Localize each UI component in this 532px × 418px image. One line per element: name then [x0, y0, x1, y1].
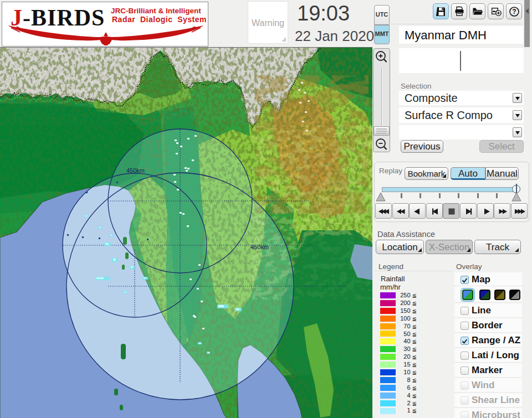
- svg-text:450km: 450km: [250, 244, 269, 250]
- svg-text:?: ?: [512, 8, 516, 16]
- svg-text:450km: 450km: [126, 167, 145, 174]
